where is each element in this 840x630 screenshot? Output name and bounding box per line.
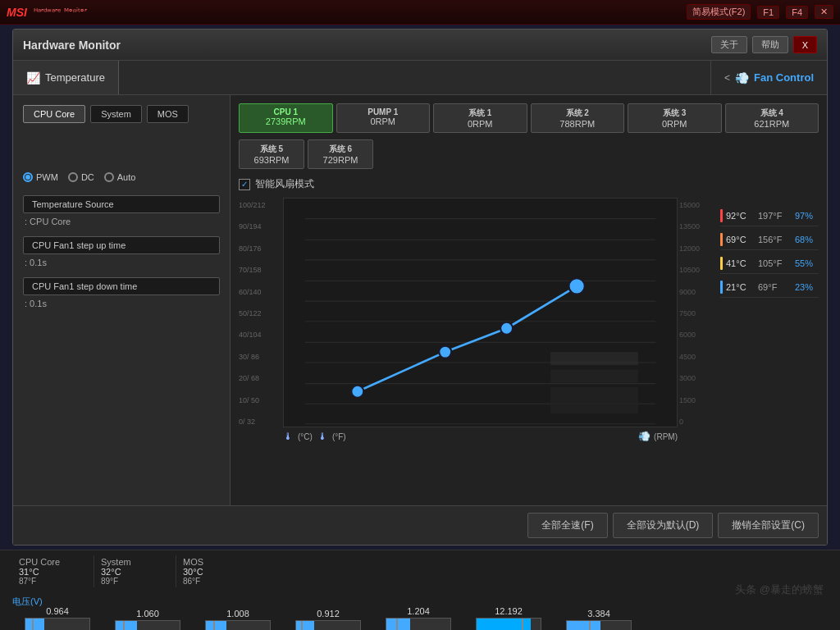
status-bar: CPU Core 31°C 87°F System 32°C 89°F MOS … <box>0 550 840 592</box>
voltage-cpu-io: 1.060 CPU IO <box>103 609 193 630</box>
chart-container: 100/212 90/194 80/176 70/158 60/140 50/1… <box>239 198 819 445</box>
auto-label: Auto <box>117 172 136 182</box>
voltage-cpu-sa-fill <box>296 621 314 630</box>
voltage-cpu-sa: 0.912 CPU SA <box>283 609 373 630</box>
topbar-close-btn[interactable]: ✕ <box>815 5 833 19</box>
voltage-sys12v-tick <box>522 619 523 630</box>
right-panel: CPU 1 2739RPM PUMP 1 0RPM 系统 1 0RPM 系统 2… <box>231 95 827 505</box>
content-area: CPU Core System MOS PWM DC Auto <box>13 95 827 505</box>
voltage-cpu-io2-value: 1.008 <box>226 609 249 619</box>
y-right-10: 0 <box>679 418 714 426</box>
f4-btn[interactable]: F4 <box>786 6 808 19</box>
temp-buttons: CPU Core System MOS <box>23 105 220 123</box>
help-button[interactable]: 帮助 <box>752 36 788 53</box>
voltage-cpu-core-value: 0.964 <box>46 606 69 616</box>
auto-radio[interactable]: Auto <box>104 172 136 182</box>
thermometer-f-icon: 🌡 <box>317 431 327 442</box>
temperature-readings: 92°C 197°F 97% 69°C 156°F 68% 41°C 105°F <box>720 198 819 445</box>
mos-button[interactable]: MOS <box>147 105 189 123</box>
y-label-0: 100/212 <box>239 201 283 209</box>
y-right-0: 15000 <box>679 201 714 209</box>
tabs-area: 📈 Temperature < 💨 Fan Control <box>13 61 827 95</box>
y-label-2: 80/176 <box>239 244 283 253</box>
y-label-6: 40/104 <box>239 331 283 339</box>
close-button[interactable]: X <box>793 36 817 53</box>
system-button[interactable]: System <box>90 105 142 123</box>
y-right-5: 7500 <box>679 309 714 317</box>
msi-app-title: ᴴᵃʳᵈʷᵃʳᵉ ᴹᵒⁿⁱᵗᵒʳ <box>34 7 87 17</box>
step-down-button[interactable]: CPU Fan1 step down time <box>23 277 220 295</box>
voltage-cpu-sa-value: 0.912 <box>317 609 340 619</box>
cancel-all-button[interactable]: 撤销全部设置(C) <box>718 513 819 538</box>
cpu-core-button[interactable]: CPU Core <box>23 105 85 123</box>
svg-point-16 <box>500 322 513 335</box>
f1-btn[interactable]: F1 <box>757 6 779 19</box>
tab-fan-control[interactable]: < 💨 Fan Control <box>710 61 827 94</box>
status-cpu-core-f: 87°F <box>19 577 87 586</box>
set-default-button[interactable]: 全部设为默认(D) <box>613 513 714 538</box>
temp-pct-1: 68% <box>790 235 813 244</box>
msi-topbar: MSI ᴴᵃʳᵈʷᵃʳᵉ ᴹᵒⁿⁱᵗᵒʳ 简易模式(F2) F1 F4 ✕ <box>0 0 840 25</box>
status-mos-name: MOS <box>183 557 252 567</box>
y-label-5: 50/122 <box>239 309 283 317</box>
voltage-cpu-io2-tick <box>213 621 215 630</box>
fan-speed-grid: CPU 1 2739RPM PUMP 1 0RPM 系统 1 0RPM 系统 2… <box>239 103 819 133</box>
temp-bar-3 <box>720 281 723 294</box>
simple-mode-btn[interactable]: 简易模式(F2) <box>687 4 751 20</box>
tab-temperature[interactable]: 📈 Temperature <box>13 61 119 94</box>
voltage-system-tick <box>589 621 591 630</box>
temp-reading-1: 69°C 156°F 68% <box>720 230 819 250</box>
fan-sys1-name: 系统 1 <box>439 107 522 119</box>
step-up-button[interactable]: CPU Fan1 step up time <box>23 236 220 254</box>
fan-sys3-name: 系统 3 <box>633 107 716 119</box>
voltage-cpu-sa-tick <box>301 621 303 630</box>
fan-btn-cpu1[interactable]: CPU 1 2739RPM <box>239 103 333 133</box>
y-right-2: 12000 <box>679 244 714 253</box>
fan-btn-sys6[interactable]: 系统 6 729RPM <box>308 139 373 169</box>
auto-radio-circle <box>104 172 114 182</box>
voltage-sys12v-bar <box>476 618 541 630</box>
voltage-cpu-io-value: 1.060 <box>136 609 159 619</box>
y-label-3: 70/158 <box>239 266 283 274</box>
voltage-cpu-core: 0.964 CPU核心 <box>12 606 103 630</box>
fan-curve-chart[interactable] <box>283 198 678 427</box>
dc-radio[interactable]: DC <box>68 172 94 182</box>
msi-topbar-right: 简易模式(F2) F1 F4 ✕ <box>687 4 833 20</box>
fan-btn-sys1[interactable]: 系统 1 0RPM <box>433 103 527 133</box>
fan-btn-pump1[interactable]: PUMP 1 0RPM <box>336 103 431 133</box>
voltage-cpu-io2: 1.008 CPU IO 2 <box>193 609 283 630</box>
celsius-unit: (°C) <box>298 432 313 441</box>
status-mos-c: 30°C <box>183 567 252 577</box>
temp-c-3: 21°C <box>726 282 755 292</box>
voltage-cpu-core-bar <box>25 618 90 630</box>
voltage-sys12v-value: 12.192 <box>495 606 523 616</box>
voltage-cpu-core-fill <box>25 619 44 630</box>
voltage-bars: 0.964 CPU核心 1.060 CPU IO 1.008 CPU IO 2 <box>12 613 828 630</box>
step-down-section: CPU Fan1 step down time : 0.1s <box>23 277 220 308</box>
temp-f-1: 156°F <box>758 235 787 244</box>
smart-fan-checkbox[interactable]: ✓ <box>239 179 250 190</box>
fan-btn-sys5[interactable]: 系统 5 693RPM <box>239 139 304 169</box>
fan-btn-sys2[interactable]: 系统 2 788RPM <box>531 103 625 133</box>
fan-cpu1-rpm: 2739RPM <box>244 116 327 126</box>
pwm-radio[interactable]: PWM <box>23 172 58 182</box>
about-button[interactable]: 关于 <box>711 36 747 53</box>
fan-sys2-name: 系统 2 <box>536 107 619 119</box>
svg-point-17 <box>568 278 584 294</box>
temp-f-0: 197°F <box>758 211 787 221</box>
voltage-memory-value: 1.204 <box>407 606 430 616</box>
voltage-cpu-io2-fill <box>206 621 226 630</box>
fan-sys6-name: 系统 6 <box>313 144 368 155</box>
fan-btn-sys4[interactable]: 系统 4 621RPM <box>725 103 819 133</box>
svg-rect-13 <box>550 387 638 413</box>
y-right-1: 13500 <box>679 222 714 231</box>
fan-btn-sys3[interactable]: 系统 3 0RPM <box>628 103 722 133</box>
status-mos-f: 86°F <box>183 577 252 586</box>
full-speed-button[interactable]: 全部全速(F) <box>527 513 607 538</box>
temp-reading-2: 41°C 105°F 55% <box>720 253 819 274</box>
fan-sys5-rpm: 693RPM <box>244 155 299 165</box>
temperature-source-button[interactable]: Temperature Source <box>23 195 220 213</box>
y-axis-left: 100/212 90/194 80/176 70/158 60/140 50/1… <box>239 198 283 429</box>
smart-fan-label: ✓ 智能风扇模式 <box>239 177 819 191</box>
status-system-f: 89°F <box>101 577 169 586</box>
